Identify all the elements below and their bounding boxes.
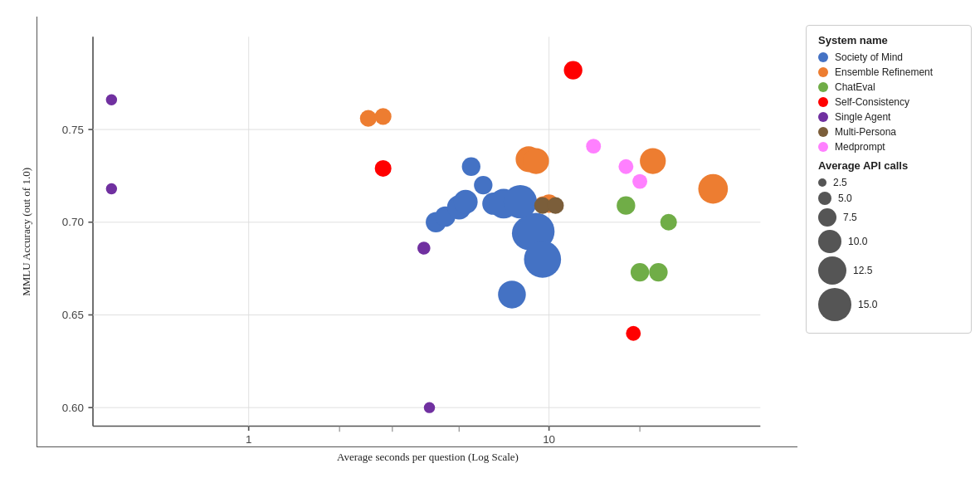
- data-point: [424, 402, 435, 412]
- data-point: [661, 214, 677, 231]
- data-point: [640, 148, 666, 173]
- legend-system-title: System name: [818, 34, 959, 46]
- legend-system-label: Single Agent: [835, 111, 890, 123]
- data-point: [632, 174, 647, 189]
- legend-system-dot: [818, 52, 828, 62]
- legend-size-label: 15.0: [858, 299, 877, 310]
- svg-text:0.60: 0.60: [62, 402, 84, 414]
- legend-size-dot: [818, 230, 841, 253]
- data-point: [618, 159, 633, 174]
- legend-system-dot: [818, 67, 828, 77]
- data-point: [375, 108, 392, 124]
- legend-size-item: 5.0: [818, 192, 959, 205]
- data-point: [375, 160, 392, 177]
- svg-text:1: 1: [246, 433, 251, 446]
- plot-frame: 0.60 0.65 0.70 0.75: [37, 17, 797, 447]
- legend-size-label: 5.0: [838, 193, 852, 204]
- legend-system-label: ChatEval: [835, 81, 875, 93]
- legend-box: System name Society of MindEnsemble Refi…: [806, 25, 972, 334]
- legend-size-dot: [818, 208, 836, 227]
- y-axis-label: MMLU Accuracy (out of 1.0): [17, 17, 37, 447]
- plot-area-wrapper: MMLU Accuracy (out of 1.0): [17, 17, 806, 461]
- legend-api-title: Average API calls: [818, 159, 959, 172]
- legend-system-label: Ensemble Refinement: [835, 66, 933, 78]
- data-point: [523, 148, 549, 173]
- legend-size-label: 12.5: [853, 265, 872, 276]
- data-point: [524, 241, 561, 278]
- data-point: [617, 196, 635, 214]
- svg-text:0.75: 0.75: [62, 124, 84, 136]
- legend-system-item: Self-Consistency: [818, 96, 959, 108]
- legend-system-dot: [818, 82, 828, 92]
- data-point: [626, 326, 641, 341]
- data-point: [454, 190, 478, 214]
- data-point: [547, 198, 563, 214]
- data-point: [462, 158, 480, 176]
- legend-system-item: ChatEval: [818, 81, 959, 93]
- svg-text:0.70: 0.70: [62, 216, 84, 228]
- legend-size-item: 7.5: [818, 208, 959, 227]
- legend-size-label: 10.0: [848, 236, 867, 247]
- legend-system-label: Self-Consistency: [835, 96, 909, 108]
- legend-size-dot: [818, 192, 831, 205]
- legend-system-label: Multi-Persona: [835, 126, 896, 138]
- legend-size-dot: [818, 256, 846, 285]
- legend-size-item: 12.5: [818, 256, 959, 285]
- legend-systems: Society of MindEnsemble RefinementChatEv…: [818, 51, 959, 153]
- legend-system-item: Society of Mind: [818, 51, 959, 63]
- svg-text:0.65: 0.65: [62, 309, 84, 321]
- chart-container: MMLU Accuracy (out of 1.0): [0, 0, 980, 478]
- data-point: [106, 95, 117, 105]
- svg-text:10: 10: [543, 433, 555, 446]
- legend-system-label: Society of Mind: [835, 51, 903, 63]
- data-point: [649, 263, 667, 281]
- legend-system-dot: [818, 112, 828, 122]
- legend-system-dot: [818, 127, 828, 137]
- legend-system-dot: [818, 97, 828, 107]
- data-point: [360, 110, 377, 127]
- legend-size-item: 2.5: [818, 177, 959, 188]
- legend-system-label: Medprompt: [835, 141, 885, 153]
- legend-system-dot: [818, 142, 828, 152]
- x-axis-label: Average seconds per question (Log Scale): [17, 447, 806, 464]
- data-point: [498, 280, 526, 309]
- legend-system-item: Single Agent: [818, 111, 959, 123]
- data-point: [698, 174, 728, 204]
- data-point: [586, 139, 601, 154]
- legend-size-section: Average API calls 2.55.07.510.012.515.0: [818, 159, 959, 321]
- plot-with-yaxis: MMLU Accuracy (out of 1.0): [17, 17, 806, 447]
- data-point: [417, 241, 431, 255]
- legend-size-item: 10.0: [818, 230, 959, 253]
- legend-size-item: 15.0: [818, 288, 959, 321]
- legend-size-dot: [818, 288, 851, 321]
- legend-size-label: 7.5: [843, 212, 857, 223]
- data-point: [106, 183, 117, 194]
- legend-size-label: 2.5: [833, 177, 847, 188]
- data-point: [631, 263, 649, 281]
- data-point: [563, 61, 582, 79]
- legend-sizes: 2.55.07.510.012.515.0: [818, 177, 959, 321]
- data-point: [474, 176, 492, 194]
- legend-system-item: Ensemble Refinement: [818, 66, 959, 78]
- legend-system-item: Multi-Persona: [818, 126, 959, 138]
- legend-size-dot: [818, 178, 826, 187]
- legend-system-item: Medprompt: [818, 141, 959, 153]
- plot-svg: 0.60 0.65 0.70 0.75: [37, 17, 797, 446]
